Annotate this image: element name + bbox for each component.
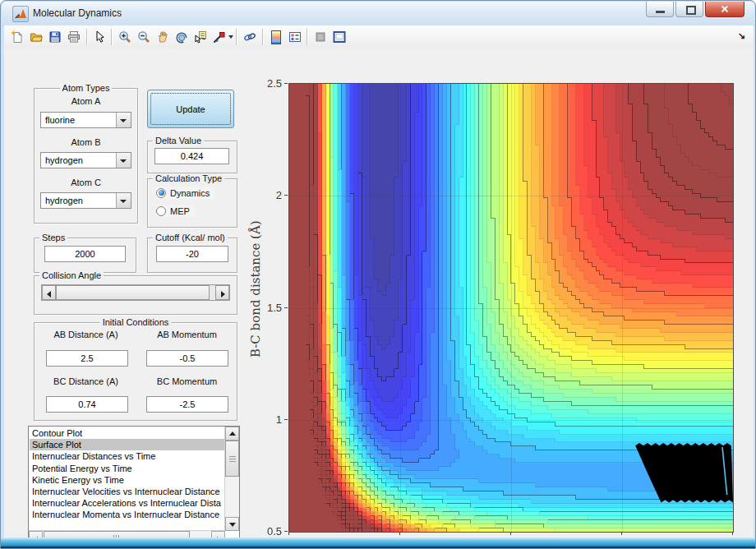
restore-button[interactable] — [675, 2, 703, 17]
y-tick-label: 2.5 — [256, 77, 282, 90]
insert-colorbar-icon[interactable] — [268, 29, 284, 45]
toolbar-separator — [307, 29, 308, 45]
y-tick-mark — [284, 307, 288, 308]
zoom-in-icon[interactable] — [117, 29, 133, 45]
brush-dropdown-caret[interactable] — [228, 35, 233, 39]
pan-hand-icon[interactable] — [154, 29, 171, 45]
window-title: Molecular Dynamics — [33, 7, 122, 19]
print-figure-icon[interactable] — [66, 29, 82, 45]
title-bar[interactable]: Molecular Dynamics — [2, 2, 754, 26]
y-tick-label: 1 — [256, 413, 282, 426]
y-tick-mark — [284, 419, 288, 420]
new-figure-icon[interactable] — [9, 29, 25, 45]
toolbar-overflow-arrow[interactable]: ↘ — [738, 30, 745, 41]
minimize-button[interactable] — [646, 2, 674, 17]
y-tick-mark — [284, 195, 288, 196]
y-tick-label: 2 — [256, 189, 282, 201]
y-tick-label: 0.5 — [256, 525, 282, 537]
zoom-out-icon[interactable] — [136, 29, 152, 45]
contour-plot-canvas[interactable] — [288, 83, 734, 533]
window-bottom-frame — [1, 537, 756, 548]
open-file-icon[interactable] — [28, 29, 44, 45]
data-cursor-icon[interactable] — [192, 29, 209, 45]
y-tick-mark — [284, 531, 288, 532]
figure-client-area: Atom Types Atom A fluorine Atom B hydrog… — [4, 48, 754, 539]
toolbar-separator — [262, 29, 264, 45]
y-tick-label: 1.5 — [256, 302, 282, 314]
save-figure-icon[interactable] — [47, 29, 63, 45]
toolbar-separator — [111, 29, 113, 45]
minimize-icon — [656, 11, 665, 13]
x-tick-mark — [510, 532, 511, 535]
insert-legend-icon[interactable] — [287, 29, 303, 45]
edit-plot-cursor-icon[interactable] — [91, 29, 108, 45]
y-tick-mark — [284, 83, 288, 84]
restore-icon — [686, 6, 696, 15]
x-tick-mark — [288, 532, 289, 535]
x-tick-mark — [621, 532, 622, 535]
colorbar-gradient — [271, 30, 281, 44]
link-plot-icon[interactable] — [242, 29, 258, 45]
toolbar-separator — [236, 29, 237, 45]
x-tick-mark — [732, 532, 733, 535]
close-button[interactable] — [705, 2, 744, 17]
rotate-3d-icon[interactable] — [173, 29, 190, 45]
toolbar-separator — [86, 29, 88, 45]
axes-area: B-C bond distance (Å) A-B bond distance … — [4, 48, 754, 539]
brush-icon[interactable] — [211, 29, 228, 45]
figure-toolbar: ↘ — [4, 25, 754, 49]
matlab-icon — [12, 6, 29, 22]
app-window: Molecular Dynamics — [0, 0, 756, 549]
hide-plot-tools-icon[interactable] — [312, 29, 329, 45]
show-plot-tools-dock-icon[interactable] — [331, 29, 348, 45]
x-tick-mark — [399, 532, 400, 535]
